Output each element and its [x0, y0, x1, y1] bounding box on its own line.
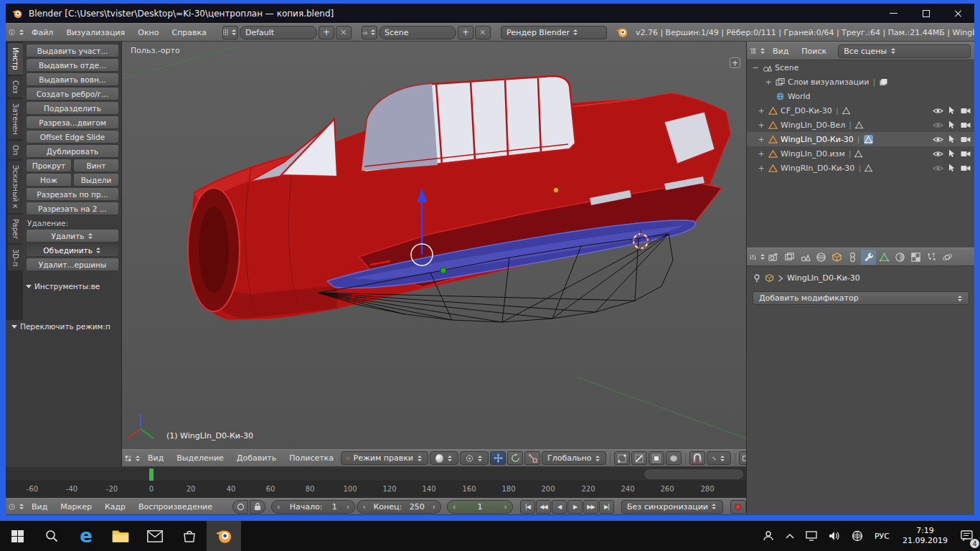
merge-dropdown[interactable]: Объединить	[26, 243, 119, 257]
action-center-button[interactable]: 4	[956, 521, 977, 551]
editor-type-timeline-button[interactable]	[9, 500, 24, 514]
volume-button[interactable]	[824, 521, 844, 551]
tray-overflow-button[interactable]	[781, 521, 798, 551]
tab-object-data[interactable]	[877, 250, 892, 265]
scene-browse-button[interactable]	[362, 26, 377, 39]
tab-particles[interactable]	[924, 250, 939, 265]
screw-button[interactable]: Винт	[73, 159, 119, 172]
render-engine-dropdown[interactable]: Рендер Blender	[501, 26, 607, 39]
selectability-cursor-icon[interactable]	[948, 121, 956, 129]
menu-mesh[interactable]: Полисетка	[283, 453, 339, 463]
play-reverse-button[interactable]: ◀	[552, 500, 567, 514]
menu-add[interactable]: Добавить	[231, 453, 282, 463]
taskbar-mail-button[interactable]	[138, 521, 172, 551]
loop-cut-slide-button[interactable]: Разреза...двигом	[26, 116, 119, 129]
timeline-menu-view[interactable]: Вид	[26, 502, 53, 512]
menu-render[interactable]: Визуализация	[60, 28, 131, 37]
people-button[interactable]	[758, 521, 778, 551]
play-button[interactable]: ▶	[567, 500, 583, 514]
viewport-shading-dropdown[interactable]	[430, 451, 458, 465]
menu-file[interactable]: Файл	[26, 28, 59, 37]
frame-end-field[interactable]: ‹ Конец: 250 ›	[357, 500, 440, 514]
panel-header-tools[interactable]: Инструменты:ве	[26, 280, 119, 293]
auto-keyframe-button[interactable]	[730, 500, 746, 514]
timeline-ruler[interactable]	[6, 467, 746, 481]
tree-row-render-layers[interactable]: + Слои визуализации |	[747, 75, 974, 89]
bisect-button[interactable]: Разрезать по пр...	[26, 187, 119, 201]
editor-type-3dview-button[interactable]	[125, 451, 141, 465]
screen-layout-browse-button[interactable]	[222, 26, 238, 39]
expand-icon[interactable]: +	[757, 106, 765, 116]
knife-button[interactable]: Нож	[26, 173, 72, 187]
menu-select[interactable]: Выделение	[171, 453, 230, 463]
previous-keyframe-button[interactable]: ◀◀	[536, 500, 551, 514]
expand-icon[interactable]: +	[764, 77, 773, 87]
properties-region-plus-icon[interactable]: +	[730, 57, 740, 68]
tab-scene[interactable]	[798, 250, 813, 265]
visibility-eye-icon[interactable]	[933, 136, 943, 143]
tree-row-world[interactable]: World	[747, 89, 974, 103]
jump-to-end-button[interactable]: ▶|	[599, 500, 614, 514]
renderability-camera-icon[interactable]	[961, 164, 971, 171]
delete-dropdown[interactable]: Удалить	[26, 229, 119, 242]
expand-icon[interactable]: +	[757, 121, 765, 130]
mode-dropdown[interactable]: Режим правки	[341, 451, 428, 465]
tab-grease-pencil[interactable]: Эскизный к	[8, 161, 23, 213]
menu-help[interactable]: Справка	[166, 28, 212, 37]
outliner-display-dropdown[interactable]: Все сцены	[838, 44, 971, 58]
transform-orientation-dropdown[interactable]: Глобально	[542, 451, 606, 465]
screen-layout-delete-button[interactable]	[336, 26, 352, 39]
minimize-button[interactable]	[877, 4, 910, 23]
manipulator-translate-button[interactable]	[490, 451, 506, 465]
spin-button[interactable]: Прокрут	[26, 159, 72, 172]
lock-frame-range-button[interactable]	[250, 500, 265, 514]
timeline-scrollbar[interactable]	[644, 469, 743, 479]
select-button[interactable]: Выдели	[73, 173, 119, 187]
outliner-menu-search[interactable]: Поиск	[796, 47, 832, 56]
frame-start-field[interactable]: ‹ Начало: 1 ›	[271, 500, 355, 514]
select-mode-face-button[interactable]	[649, 451, 664, 465]
add-modifier-dropdown[interactable]: Добавить модификатор	[753, 291, 969, 305]
extrude-region-button[interactable]: Выдавить участ...	[26, 44, 119, 57]
renderability-camera-icon[interactable]	[961, 150, 971, 157]
tree-row-object[interactable]: + WingLIn_D0-Вел |	[747, 118, 974, 132]
tab-create[interactable]: Соз	[8, 76, 23, 98]
tab-paper[interactable]: Paper	[8, 215, 23, 243]
current-frame-marker[interactable]	[149, 468, 154, 481]
pivot-point-dropdown[interactable]	[460, 451, 489, 465]
taskbar-search-button[interactable]	[34, 521, 69, 551]
increment-arrow-icon[interactable]: ›	[504, 502, 507, 512]
network-button[interactable]	[847, 521, 867, 551]
3d-viewport[interactable]: Польз.-орто (1) WingLIn_D0-Ки-30 +	[122, 42, 746, 449]
display-tray-button[interactable]	[801, 521, 821, 551]
screen-layout-field[interactable]: Default	[240, 26, 317, 39]
snap-toggle-button[interactable]	[689, 451, 705, 465]
duplicate-button[interactable]: Дублировать	[26, 144, 119, 158]
offset-edge-slide-button[interactable]: Offset Edge Slide	[26, 130, 119, 143]
maximize-button[interactable]	[910, 4, 942, 23]
tree-row-object[interactable]: + WingRIn_D0-Ки-30 |	[747, 161, 974, 175]
select-mode-edge-button[interactable]	[631, 451, 647, 465]
scene-field[interactable]: Scene	[379, 26, 456, 39]
timeline-menu-frame[interactable]: Кадр	[99, 502, 131, 512]
tab-constraints[interactable]	[845, 250, 860, 265]
taskbar-store-button[interactable]	[172, 521, 207, 551]
jump-to-start-button[interactable]: |◀	[520, 500, 535, 514]
taskbar-edge-button[interactable]: e	[69, 521, 103, 551]
scene-add-button[interactable]: +	[458, 26, 473, 39]
decrement-arrow-icon[interactable]: ‹	[277, 502, 280, 512]
tab-modifiers[interactable]	[861, 250, 876, 265]
select-mode-vertex-button[interactable]	[614, 451, 630, 465]
tree-row-object-active[interactable]: + WingLIn_D0-Ки-30 |	[747, 132, 974, 146]
tree-row-object[interactable]: + WingLIn_D0.изм |	[747, 146, 974, 161]
taskbar-explorer-button[interactable]	[103, 521, 138, 551]
close-button[interactable]	[942, 4, 974, 23]
menu-window[interactable]: Окно	[132, 28, 164, 37]
expand-icon[interactable]: +	[757, 164, 765, 173]
tab-3d-print[interactable]: 3D-п	[8, 245, 23, 270]
scene-delete-button[interactable]	[475, 26, 491, 39]
editor-type-properties-button[interactable]	[750, 250, 765, 264]
decrement-arrow-icon[interactable]: ‹	[362, 502, 365, 512]
tab-render-layers[interactable]	[782, 250, 797, 265]
menu-view[interactable]: Вид	[142, 453, 169, 463]
